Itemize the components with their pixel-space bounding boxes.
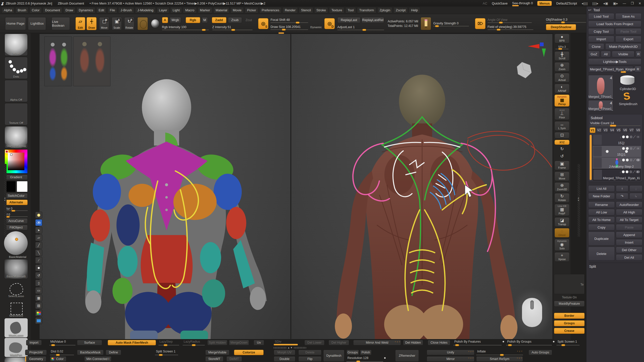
polypaint-icon[interactable] (622, 135, 625, 138)
new-folder-button[interactable]: New Folder (588, 193, 615, 199)
copy-tool-button[interactable]: Copy Tool (588, 28, 614, 35)
sculpt-brush-icon[interactable]: ╱ (633, 135, 635, 139)
rotate-view-button[interactable]: ↻ Rotate (554, 193, 570, 203)
del-all-button[interactable]: Del All (616, 254, 642, 261)
menu-item[interactable]: Zplugin (377, 7, 393, 13)
right-divider-arrows-icon[interactable]: ▲▼ (577, 197, 580, 202)
inflate-slider[interactable]: Inflate x y z (476, 350, 523, 355)
polypaint2-icon[interactable] (626, 135, 629, 138)
goz-button[interactable]: GoZ (588, 51, 600, 57)
mask-by-feature-button[interactable]: MaskByFeature (554, 301, 585, 307)
a-toggle[interactable]: A (162, 17, 168, 23)
menu-item[interactable]: File (107, 7, 117, 13)
next-doc-icon[interactable]: ▣▸ (613, 2, 618, 5)
move-view-button[interactable]: ⊞ Move (554, 171, 570, 181)
xyz-button[interactable]: XYZ (554, 140, 570, 145)
current-brush-slot[interactable] (137, 17, 148, 30)
tool-thumbnail-small[interactable]: 4 Merged_TPose1_ (588, 100, 613, 111)
menu-item[interactable]: Tool (345, 7, 356, 13)
canvas-divider-handle[interactable] (278, 32, 284, 34)
prev-doc-icon[interactable]: ◂▣ (603, 2, 609, 5)
split-screen-slider-2[interactable]: Split Screen 1 (155, 350, 178, 355)
dynamesh-groups-button[interactable]: Groups (346, 350, 359, 355)
brush-selectrect[interactable]: SelectRect (5, 299, 28, 318)
sculpt-brush-icon[interactable]: ╱ (633, 170, 635, 173)
storemt-button[interactable]: StoreMT (205, 356, 223, 362)
export-button[interactable]: Export (615, 36, 641, 42)
screen-icon[interactable]: ▭ (35, 287, 42, 294)
midvalue-slider[interactable]: MidValue 0 (49, 340, 75, 345)
replay-last-rel-button[interactable]: ReplayLastRel (361, 17, 384, 23)
polypaint-icon[interactable] (622, 147, 625, 150)
goz-visible-button[interactable]: Visible (612, 51, 634, 57)
rgb-intensity-slider[interactable]: Rgb Intensity 100 (162, 25, 209, 30)
image-icon[interactable]: ▦ (35, 295, 42, 301)
menu-item[interactable]: Alpha (2, 7, 14, 13)
color-palette-tab[interactable]: Color (50, 356, 66, 362)
lightbox-tools-button[interactable]: Lightbox▶Tools (588, 58, 641, 65)
polypaint-icon[interactable] (622, 170, 625, 173)
knife-icon[interactable]: ╲ (35, 249, 42, 256)
angle-of-view-slider[interactable]: Angle Of View (488, 17, 532, 23)
pencil-icon[interactable]: ∕ (35, 257, 42, 264)
rgb-toggle[interactable]: Rgb (186, 17, 200, 23)
menu-item[interactable]: Help (409, 7, 420, 13)
copy-button[interactable]: Copy (588, 224, 615, 231)
camera-icon[interactable]: ⌦ (475, 18, 486, 29)
accucurve-button[interactable]: AccuCurve (5, 218, 28, 224)
morph-uv-button[interactable]: Morph UV (274, 350, 295, 355)
fillobject-button[interactable]: FillObject (5, 225, 28, 230)
menu-item[interactable]: Color (29, 7, 42, 13)
replay-last-button[interactable]: ReplayLast (337, 17, 360, 23)
see-through-slider[interactable]: See-through 0 (512, 1, 533, 6)
rf-slider[interactable]: Rf 0 (5, 212, 28, 217)
eye-icon[interactable] (636, 171, 640, 173)
alpha-thumb[interactable]: Alpha Off (5, 80, 28, 102)
zoom-button[interactable]: ⊕ Zoom (554, 62, 570, 72)
subtool-item-anatomy-step2[interactable]: ↓ ╱ J Anatomy Step-2 (593, 157, 641, 169)
cursor-icon[interactable]: ➤ (35, 227, 42, 234)
basic-material-sphere[interactable] (4, 231, 28, 255)
menu-item[interactable]: Macro (183, 7, 196, 13)
delmt-button[interactable]: DelMT (226, 356, 242, 362)
left-divider-arrows-icon[interactable]: ▲▼ (4, 197, 6, 202)
dynamic-size-icon[interactable]: ◎D (324, 18, 335, 29)
split-section-header[interactable]: Split (589, 263, 642, 268)
menu-item[interactable]: Layer (157, 7, 170, 13)
delete-button[interactable]: Delete (588, 247, 615, 261)
backfacemask-button[interactable]: BackfaceMask (77, 350, 104, 355)
texture-on-label[interactable]: Texture On (554, 296, 585, 299)
canvas-left-pane[interactable] (39, 34, 291, 339)
goz-all-button[interactable]: All (601, 51, 611, 57)
double-button[interactable]: Double (274, 356, 295, 362)
polish-by-features-slider[interactable]: Polish By Features (453, 340, 502, 345)
all-to-target-button[interactable]: All To Target (616, 216, 642, 223)
dynamic-label[interactable]: Dynamic (310, 26, 322, 29)
colorize-button[interactable]: Colorize (234, 350, 264, 355)
del-lower-button[interactable]: Del Lower (304, 340, 325, 345)
home-page-button[interactable]: Home Page (5, 17, 26, 30)
spix-slider[interactable]: SPix 3 (554, 44, 570, 50)
eye-icon[interactable] (636, 147, 640, 150)
save-as-button[interactable]: Save As (615, 13, 641, 20)
obj-shadow-slider[interactable]: ObjShadow 0.3 (546, 17, 586, 23)
scroll-arrows-icon[interactable]: ▲▼ (288, 346, 293, 349)
menu-item[interactable]: Render (283, 7, 298, 13)
load-tools-from-project-button[interactable]: Load Tools From Project (588, 21, 641, 27)
ghost-button[interactable]: ◌ Ghost (554, 228, 570, 238)
sculpt-brush-icon[interactable]: ╱ (633, 147, 635, 150)
deep-shadow-button[interactable]: DeepShadow (546, 24, 576, 30)
live-boolean-button[interactable]: Live Boolean (52, 17, 70, 30)
menu-item[interactable]: Document (43, 7, 62, 13)
list-all-button[interactable]: List All (588, 185, 615, 192)
mirror-and-weld-button[interactable]: Mirror And Weld x y z (353, 340, 401, 345)
del-higher-button[interactable]: Del Higher (329, 340, 349, 345)
floor-button[interactable]: x y z ⊥ Floor (554, 108, 570, 120)
uv-icon[interactable] (630, 135, 632, 138)
alternate-button[interactable]: Alternate (5, 200, 28, 205)
expand-ui-icon[interactable]: ||||▸ (592, 2, 599, 5)
material-thumb[interactable]: StartupMaterial (5, 126, 28, 148)
blue-color-swatch[interactable] (35, 317, 42, 324)
menu-item[interactable]: Edit (96, 7, 106, 13)
brush-masklasso[interactable]: MaskLasso (5, 318, 28, 337)
